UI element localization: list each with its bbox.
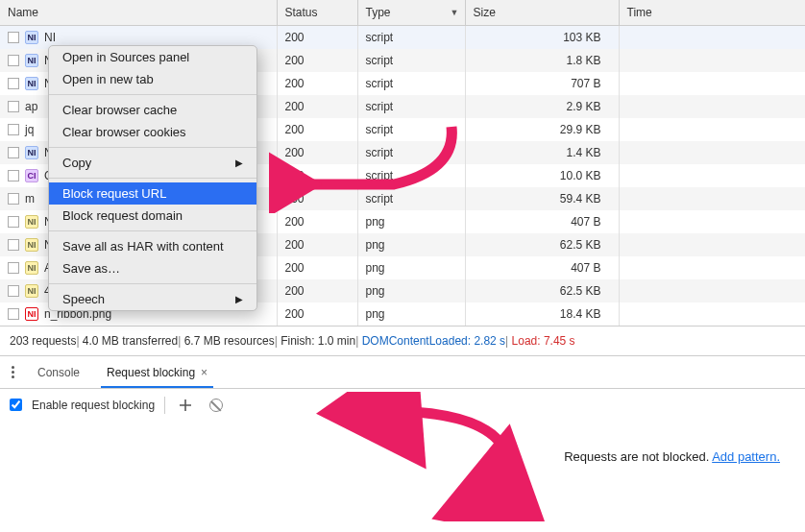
row-checkbox[interactable] [8, 262, 19, 274]
file-type-icon: NI [25, 284, 38, 298]
size-cell: 29.9 KB [465, 118, 619, 141]
file-name: jq [25, 123, 34, 136]
type-cell: png [357, 256, 465, 279]
time-cell [619, 233, 805, 256]
enable-blocking-checkbox[interactable] [10, 399, 22, 411]
row-checkbox[interactable] [8, 78, 19, 89]
row-checkbox[interactable] [8, 308, 19, 320]
file-type-icon: NI [25, 215, 38, 229]
time-cell [619, 49, 805, 72]
status-requests: 203 requests [10, 334, 76, 348]
add-pattern-button[interactable] [175, 395, 196, 416]
size-cell: 62.5 KB [465, 279, 619, 302]
row-checkbox[interactable] [8, 55, 19, 66]
status-cell: 200 [277, 233, 357, 256]
file-name: m [25, 192, 35, 206]
ctx-block-domain[interactable]: Block request domain [49, 205, 256, 227]
tab-console[interactable]: Console [28, 358, 89, 387]
type-cell: png [357, 302, 465, 326]
status-cell: 200 [277, 164, 357, 187]
size-cell: 103 KB [465, 26, 619, 50]
sort-indicator-icon: ▼ [451, 8, 459, 17]
status-cell: 200 [277, 279, 357, 302]
drawer-tabs: Console Request blocking× [0, 355, 805, 388]
type-cell: script [357, 187, 465, 210]
status-resources: 6.7 MB resources [178, 334, 275, 348]
ctx-open-tab[interactable]: Open in new tab [49, 68, 256, 90]
ctx-clear-cache[interactable]: Clear browser cache [49, 99, 256, 121]
size-cell: 1.8 KB [465, 49, 619, 72]
type-cell: script [357, 118, 465, 141]
status-cell: 200 [277, 302, 357, 326]
col-size[interactable]: Size [465, 0, 619, 26]
size-cell: 1.4 KB [465, 141, 619, 164]
size-cell: 707 B [465, 72, 619, 95]
ctx-clear-cookies[interactable]: Clear browser cookies [49, 121, 256, 143]
status-bar: 203 requests 4.0 MB transferred 6.7 MB r… [0, 326, 805, 355]
type-cell: png [357, 279, 465, 302]
ctx-open-sources[interactable]: Open in Sources panel [49, 46, 256, 68]
time-cell [619, 118, 805, 141]
status-cell: 200 [277, 187, 357, 210]
file-name: NI [44, 31, 56, 44]
ctx-save-har[interactable]: Save all as HAR with content [49, 235, 256, 257]
ctx-save-as[interactable]: Save as… [49, 257, 256, 279]
size-cell: 2.9 KB [465, 95, 619, 118]
time-cell [619, 187, 805, 210]
col-type[interactable]: Type▼ [357, 0, 465, 26]
ban-icon [209, 399, 223, 412]
time-cell [619, 210, 805, 233]
time-cell [619, 26, 805, 50]
col-status[interactable]: Status [277, 0, 357, 26]
status-dcl: DOMContentLoaded: 2.82 s [355, 334, 505, 348]
plus-icon [179, 399, 192, 412]
file-type-icon: NI [25, 77, 38, 90]
ctx-speech[interactable]: Speech▶ [49, 288, 256, 310]
size-cell: 59.4 KB [465, 187, 619, 210]
row-checkbox[interactable] [8, 170, 19, 181]
row-checkbox[interactable] [8, 101, 19, 112]
col-name[interactable]: Name [0, 0, 277, 26]
submenu-arrow-icon: ▶ [235, 294, 243, 304]
row-checkbox[interactable] [8, 193, 19, 205]
status-load: Load: 7.45 s [505, 334, 575, 348]
size-cell: 407 B [465, 210, 619, 233]
time-cell [619, 279, 805, 302]
clear-patterns-button[interactable] [206, 395, 227, 416]
status-cell: 200 [277, 72, 357, 95]
time-cell [619, 95, 805, 118]
row-checkbox[interactable] [8, 124, 19, 135]
status-cell: 200 [277, 256, 357, 279]
status-cell: 200 [277, 118, 357, 141]
submenu-arrow-icon: ▶ [235, 157, 243, 168]
row-checkbox[interactable] [8, 216, 19, 228]
file-name: ap [25, 100, 37, 113]
enable-blocking-label: Enable request blocking [32, 399, 155, 412]
col-time[interactable]: Time [619, 0, 805, 26]
size-cell: 10.0 KB [465, 164, 619, 187]
blocking-toolbar: Enable request blocking [0, 388, 805, 421]
size-cell: 62.5 KB [465, 233, 619, 256]
file-type-icon: NI [25, 146, 38, 159]
row-checkbox[interactable] [8, 32, 19, 43]
row-checkbox[interactable] [8, 147, 19, 158]
size-cell: 18.4 KB [465, 302, 619, 326]
row-checkbox[interactable] [8, 239, 19, 251]
type-cell: png [357, 210, 465, 233]
type-cell: script [357, 164, 465, 187]
close-icon[interactable]: × [201, 366, 207, 379]
status-cell: 200 [277, 141, 357, 164]
status-cell: 200 [277, 210, 357, 233]
row-checkbox[interactable] [8, 285, 19, 297]
status-cell: 200 [277, 49, 357, 72]
type-cell: png [357, 233, 465, 256]
tab-request-blocking[interactable]: Request blocking× [97, 358, 217, 387]
ctx-block-url[interactable]: Block request URL [49, 182, 256, 205]
time-cell [619, 256, 805, 279]
add-pattern-link[interactable]: Add pattern. [712, 449, 780, 464]
type-cell: script [357, 141, 465, 164]
kebab-icon[interactable] [6, 360, 20, 384]
file-type-icon: NI [25, 54, 38, 67]
ctx-copy[interactable]: Copy▶ [49, 152, 256, 174]
status-cell: 200 [277, 95, 357, 118]
